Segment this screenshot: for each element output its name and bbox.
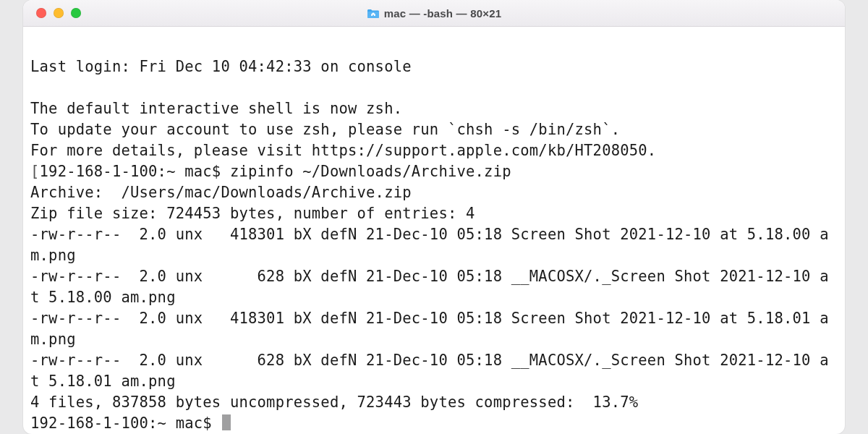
blank-line [30,77,838,98]
cursor-icon [222,414,231,430]
entry-2: -rw-r--r-- 2.0 unx 628 bX defN 21-Dec-10… [30,268,829,306]
entry-1: -rw-r--r-- 2.0 unx 418301 bX defN 21-Dec… [30,226,829,264]
archive-line: Archive: /Users/mac/Downloads/Archive.zi… [30,184,412,201]
command: zipinfo ~/Downloads/Archive.zip [230,163,511,180]
prompt-host: 192-168-1-100:~ mac$ [40,163,221,180]
entry-3: -rw-r--r-- 2.0 unx 418301 bX defN 21-Dec… [30,310,829,348]
terminal-window: mac — -bash — 80×21 Last login: Fri Dec … [23,0,845,434]
home-folder-icon [367,8,380,19]
zoom-icon[interactable] [71,8,81,18]
terminal-output[interactable]: Last login: Fri Dec 10 04:42:33 on conso… [23,27,845,434]
prompt-host-2: 192-168-1-100:~ mac$ [30,414,221,432]
zsh-notice-1: The default interactive shell is now zsh… [30,100,402,117]
zsh-notice-3: For more details, please visit https://s… [30,142,656,159]
zsh-notice-2: To update your account to use zsh, pleas… [30,121,620,138]
prompt-line-2[interactable]: 192-168-1-100:~ mac$ [30,413,838,434]
minimize-icon[interactable] [54,8,64,18]
entry-4: -rw-r--r-- 2.0 unx 628 bX defN 21-Dec-10… [30,352,829,390]
window-title: mac — -bash — 80×21 [384,7,502,20]
prompt-line-1: [192-168-1-100:~ mac$ zipinfo ~/Download… [30,161,838,182]
title-center: mac — -bash — 80×21 [23,7,845,20]
zip-size-line: Zip file size: 724453 bytes, number of e… [30,205,475,222]
close-icon[interactable] [36,8,46,18]
titlebar[interactable]: mac — -bash — 80×21 [23,0,845,27]
summary-line: 4 files, 837858 bytes uncompressed, 7234… [30,393,638,411]
window-controls [23,8,81,18]
last-login-line: Last login: Fri Dec 10 04:42:33 on conso… [30,58,412,75]
